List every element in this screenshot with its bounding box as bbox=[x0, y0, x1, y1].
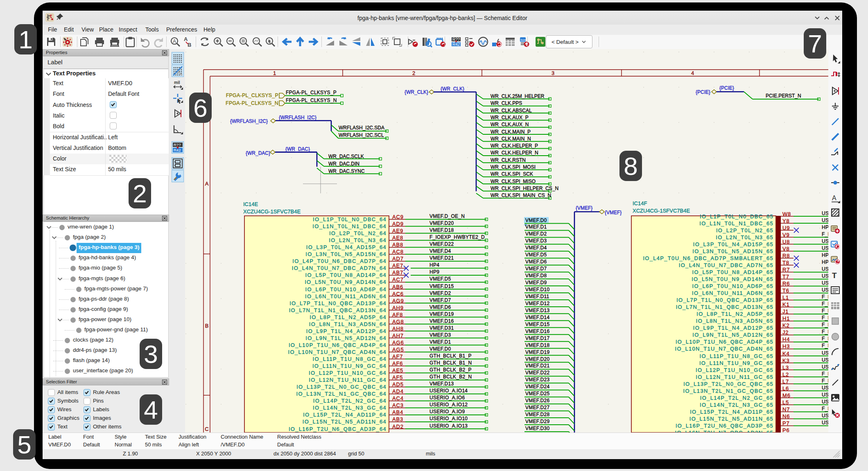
svg-text:FPGA-PL_CLKSYS_N: FPGA-PL_CLKSYS_N bbox=[226, 100, 278, 106]
svg-text:VMEF.D1: VMEF.D1 bbox=[429, 339, 451, 345]
svg-text:IO_L14N_T2L_N3_GC_64: IO_L14N_T2L_N3_GC_64 bbox=[313, 405, 387, 411]
svg-text:VMEF.D5: VMEF.D5 bbox=[525, 252, 547, 258]
svg-text:{WRFLASH_I2C}: {WRFLASH_I2C} bbox=[279, 115, 316, 120]
svg-text:A: A bbox=[184, 36, 188, 42]
svg-text:3: 3 bbox=[552, 70, 554, 76]
svg-text:AC4: AC4 bbox=[392, 395, 404, 401]
svg-text:XCZU4CG-1SFVC7B4E: XCZU4CG-1SFVC7B4E bbox=[243, 208, 301, 215]
svg-text:IO_L16N_T2U_N7_QBC_AD3N_65: IO_L16N_T2U_N7_QBC_AD3N_65 bbox=[675, 430, 773, 433]
svg-text:F_IO: F_IO bbox=[822, 315, 828, 321]
svg-text:R??: R?? bbox=[174, 143, 181, 147]
svg-text:IO_L2N_T0L_N3_65: IO_L2N_T0L_N3_65 bbox=[716, 234, 773, 240]
svg-text:IO_L6N_T0U_N11_AD6N_65: IO_L6N_T0U_N11_AD6N_65 bbox=[692, 290, 773, 296]
svg-text:IO_L4N_T0U_N7_DBC_AD7N_65: IO_L4N_T0U_N7_DBC_AD7N_65 bbox=[679, 262, 773, 268]
svg-text:AF7: AF7 bbox=[392, 353, 403, 360]
svg-text:AB3: AB3 bbox=[392, 416, 403, 422]
svg-text:IO_L5P_T0U_N8_AD14P_64: IO_L5P_T0U_N8_AD14P_64 bbox=[305, 272, 387, 278]
svg-text:IO_L1P_T0L_N0_DBC_64: IO_L1P_T0L_N0_DBC_64 bbox=[313, 216, 387, 222]
svg-text:VMEF.D10: VMEF.D10 bbox=[525, 287, 549, 292]
svg-text:IO_L3P_T0L_N4_AD15P_64: IO_L3P_T0L_N4_AD15P_64 bbox=[306, 244, 387, 250]
svg-text:H3: H3 bbox=[782, 343, 790, 349]
svg-text:IO_L8N_T1L_N3_AD5N_64: IO_L8N_T1L_N3_AD5N_64 bbox=[309, 321, 387, 327]
svg-text:WR_DAC.SYNC: WR_DAC.SYNC bbox=[328, 168, 365, 174]
svg-text:AE7: AE7 bbox=[392, 263, 403, 269]
svg-text:VMEF.D25: VMEF.D25 bbox=[525, 391, 549, 396]
svg-text:WR_CLK.AUX_P: WR_CLK.AUX_P bbox=[491, 115, 529, 120]
svg-text:AD7: AD7 bbox=[392, 256, 404, 262]
svg-text:Y8: Y8 bbox=[782, 218, 790, 224]
svg-text:P7: P7 bbox=[782, 420, 790, 426]
svg-text:AH8: AH8 bbox=[392, 326, 404, 332]
svg-text:4: 4 bbox=[691, 70, 694, 76]
svg-text:F_IO: F_IO bbox=[822, 294, 828, 300]
svg-text:USERIO_A.IO12: USERIO_A.IO12 bbox=[429, 402, 468, 408]
svg-text:WR_CLK.SPI_MISO: WR_CLK.SPI_MISO bbox=[491, 179, 536, 184]
svg-text:IO_L11N_T1U_N9_GC_64: IO_L11N_T1U_N9_GC_64 bbox=[312, 363, 387, 369]
svg-text:K1: K1 bbox=[782, 301, 790, 308]
svg-text:U8: U8 bbox=[782, 239, 790, 245]
svg-text:USERIO: USERIO bbox=[822, 357, 828, 363]
svg-text:VMEF.D3: VMEF.D3 bbox=[429, 332, 451, 338]
svg-text:AB7: AB7 bbox=[392, 269, 403, 276]
svg-text:VMEF.D21: VMEF.D21 bbox=[525, 363, 549, 369]
svg-text:USERIO: USERIO bbox=[822, 280, 828, 286]
svg-text:IO_L11N_T1U_N9_GC_65: IO_L11N_T1U_N9_GC_65 bbox=[699, 360, 773, 366]
svg-text:IO_L8N_T1L_N3_AD5N_65: IO_L8N_T1L_N3_AD5N_65 bbox=[696, 318, 773, 324]
svg-text:WR_CLK.PPS: WR_CLK.PPS bbox=[491, 100, 522, 106]
svg-text:USERIO: USERIO bbox=[822, 211, 828, 216]
svg-text:IO_L1P_T0L_N0_DBC_65: IO_L1P_T0L_N0_DBC_65 bbox=[700, 213, 773, 220]
svg-text:GTH_BCLK_B1_N: GTH_BCLK_B1_N bbox=[429, 360, 472, 366]
svg-text:L3: L3 bbox=[782, 365, 789, 371]
svg-text:VMEF.D15: VMEF.D15 bbox=[525, 322, 549, 327]
svg-text:WR_CLK.SPI_MOSI: WR_CLK.SPI_MOSI bbox=[491, 164, 536, 170]
svg-text:K4: K4 bbox=[782, 351, 790, 357]
svg-text:VMEF.D4: VMEF.D4 bbox=[525, 245, 547, 251]
svg-text:mil: mil bbox=[174, 80, 180, 85]
svg-text:AB8: AB8 bbox=[392, 242, 403, 248]
svg-text:WR_DAC.SCLK: WR_DAC.SCLK bbox=[328, 154, 364, 159]
svg-text:WRFLASH_I2C.SCL: WRFLASH_I2C.SCL bbox=[339, 132, 384, 138]
svg-text:VMEF.D18: VMEF.D18 bbox=[525, 342, 549, 348]
svg-text:IO_L16P_T2U_N6_QBC_AD3P_64: IO_L16P_T2U_N6_QBC_AD3P_64 bbox=[289, 426, 387, 432]
svg-text:{PCIE}: {PCIE} bbox=[696, 89, 710, 95]
svg-text:USERIO: USERIO bbox=[822, 266, 828, 272]
svg-text:F_IO: F_IO bbox=[822, 308, 828, 314]
svg-text:WR_DAC.DIN: WR_DAC.DIN bbox=[328, 161, 359, 167]
svg-text:R8: R8 bbox=[782, 253, 790, 259]
svg-text:VMEF.D22: VMEF.D22 bbox=[525, 370, 549, 376]
svg-text:T8: T8 bbox=[782, 260, 789, 266]
svg-text:FPGA-PL_CLKSYS_P: FPGA-PL_CLKSYS_P bbox=[226, 93, 278, 98]
svg-text:IO_L2N_T0L_N3_64: IO_L2N_T0L_N3_64 bbox=[329, 237, 387, 243]
svg-text:IO_L1N_T0L_N1_DBC_65: IO_L1N_T0L_N1_DBC_65 bbox=[699, 220, 773, 226]
svg-text:WR_CLK.AUX_N: WR_CLK.AUX_N bbox=[491, 122, 529, 127]
svg-text:IO_L5N_T0U_N9_AD14N_65: IO_L5N_T0U_N9_AD14N_65 bbox=[692, 276, 773, 282]
svg-text:GTH_BCLK_B2_N: GTH_BCLK_B2_N bbox=[429, 374, 472, 380]
svg-text:T: T bbox=[832, 271, 837, 280]
svg-text:WR_CLK.HELPER_P: WR_CLK.HELPER_P bbox=[491, 143, 538, 149]
svg-text:IO_L2P_T0L_N2_65: IO_L2P_T0L_N2_65 bbox=[716, 227, 773, 233]
svg-text:L6: L6 bbox=[782, 385, 789, 392]
svg-text:IO_L14P_T2L_N2_GC_65: IO_L14P_T2L_N2_GC_65 bbox=[700, 395, 773, 401]
svg-text:AE8: AE8 bbox=[392, 235, 403, 241]
svg-text:{WRFLASH_I2C}: {WRFLASH_I2C} bbox=[230, 118, 268, 124]
svg-text:IO_L7P_T1L_N0_QBC_AD13P_65: IO_L7P_T1L_N0_QBC_AD13P_65 bbox=[676, 297, 773, 303]
svg-text:WR_CLK.HELPER_N: WR_CLK.HELPER_N bbox=[491, 150, 538, 156]
svg-text:USERIO: USERIO bbox=[822, 392, 828, 398]
svg-text:VMEF.D24: VMEF.D24 bbox=[525, 384, 549, 389]
svg-text:{WR_CLK}: {WR_CLK} bbox=[405, 89, 428, 95]
svg-text:USERIO: USERIO bbox=[822, 245, 828, 251]
svg-text:VMEF.D17: VMEF.D17 bbox=[525, 335, 549, 341]
svg-text:C: C bbox=[205, 426, 208, 432]
svg-text:AF6: AF6 bbox=[392, 360, 403, 367]
svg-text:F_IO: F_IO bbox=[822, 378, 828, 384]
svg-text:IO_L6P_T0U_N10_AD6P_65: IO_L6P_T0U_N10_AD6P_65 bbox=[692, 283, 773, 289]
svg-text:USERIO: USERIO bbox=[822, 273, 828, 279]
svg-text:VMEF.D16: VMEF.D16 bbox=[429, 318, 454, 324]
svg-text:USERIO: USERIO bbox=[822, 385, 828, 391]
svg-text:USERIO: USERIO bbox=[822, 287, 828, 293]
svg-text:L2: L2 bbox=[782, 371, 789, 378]
svg-text:IO_L11P_T1U_N8_GC_64: IO_L11P_T1U_N8_GC_64 bbox=[313, 356, 387, 362]
svg-text:VMEF.D18: VMEF.D18 bbox=[429, 227, 454, 233]
svg-text:IO_L15P_T2L_N4_AD11P_65: IO_L15P_T2L_N4_AD11P_65 bbox=[690, 409, 773, 415]
svg-text:USERIO_A.IO10: USERIO_A.IO10 bbox=[429, 416, 468, 421]
